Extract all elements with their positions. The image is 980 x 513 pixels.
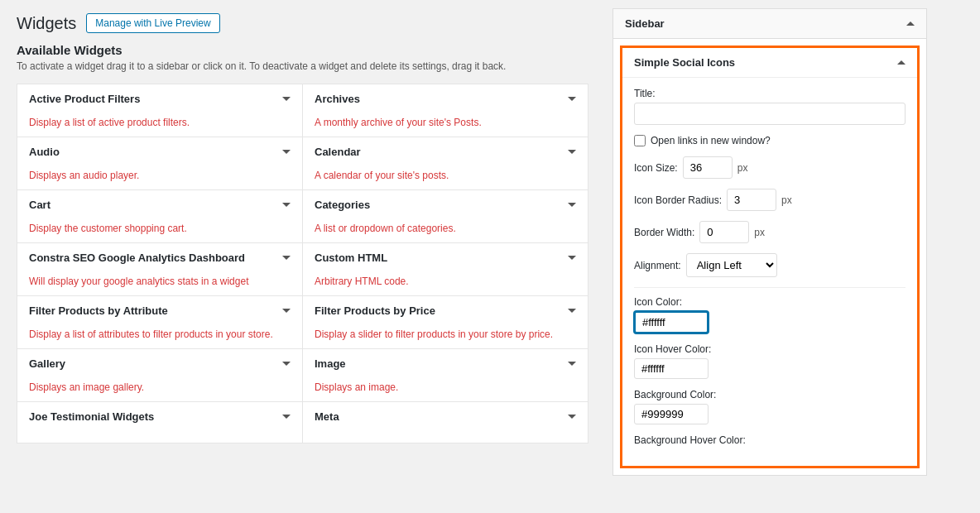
icon-size-row: Icon Size: px <box>634 156 906 179</box>
icon-size-label: Icon Size: <box>634 162 678 174</box>
icon-border-radius-unit: px <box>781 194 792 206</box>
chevron-down-icon <box>282 150 291 154</box>
chevron-down-icon <box>282 362 291 366</box>
divider <box>634 287 906 288</box>
widget-header[interactable]: Calendar <box>303 137 588 166</box>
chevron-down-icon <box>282 256 291 260</box>
alignment-row: Alignment: Align Left Align Center Align… <box>634 253 906 277</box>
widget-desc: Arbitrary HTML code. <box>303 272 588 295</box>
widget-header[interactable]: Constra SEO Google Analytics Dashboard <box>17 243 302 272</box>
icon-hover-color-row: Icon Hover Color: <box>634 343 906 379</box>
background-color-label: Background Color: <box>634 389 906 400</box>
alignment-label: Alignment: <box>634 260 681 271</box>
widget-desc: Displays an image gallery. <box>17 378 302 401</box>
alignment-select[interactable]: Align Left Align Center Align Right <box>686 253 777 277</box>
widget-name: Gallery <box>29 357 65 370</box>
background-color-row: Background Color: <box>634 389 906 424</box>
icon-color-row: Icon Color: <box>634 296 906 333</box>
sidebar-header[interactable]: Sidebar <box>613 9 926 39</box>
sidebar-title: Sidebar <box>625 17 665 30</box>
widget-item-joe-testimonial[interactable]: Joe Testimonial Widgets <box>17 401 303 443</box>
widget-header[interactable]: Filter Products by Attribute <box>17 296 302 325</box>
widget-item-audio[interactable]: Audio Displays an audio player. <box>17 137 303 190</box>
widget-panel-simple-social-icons: Simple Social Icons Title: Open links in… <box>620 46 920 468</box>
chevron-down-icon <box>568 150 576 154</box>
widget-desc: Displays an image. <box>303 378 588 401</box>
widget-name: Calendar <box>315 146 361 158</box>
widget-desc: A calendar of your site's posts. <box>303 166 588 189</box>
widget-name: Categories <box>315 199 370 211</box>
icon-hover-color-input[interactable] <box>634 358 709 379</box>
widget-item-image[interactable]: Image Displays an image. <box>302 348 588 402</box>
widget-desc: Will display your google analytics stats… <box>17 272 302 295</box>
widgets-grid: Active Product Filters Display a list of… <box>17 84 588 443</box>
widget-desc <box>303 431 588 443</box>
chevron-down-icon <box>282 415 291 419</box>
widget-name: Joe Testimonial Widgets <box>29 410 154 423</box>
border-width-label: Border Width: <box>634 227 694 238</box>
right-panel: Sidebar Simple Social Icons Title: <box>604 0 935 513</box>
chevron-down-icon <box>568 362 576 366</box>
icon-color-input[interactable] <box>634 311 709 333</box>
title-label: Title: <box>634 88 906 99</box>
widget-header[interactable]: Cart <box>17 190 302 219</box>
chevron-down-icon <box>282 309 291 313</box>
open-links-row: Open links in new window? <box>634 135 906 146</box>
widget-desc: Display a slider to filter products in y… <box>303 325 588 348</box>
chevron-down-icon <box>568 256 576 260</box>
widget-item-meta[interactable]: Meta <box>302 401 588 443</box>
widget-item-archives[interactable]: Archives A monthly archive of your site'… <box>302 84 588 137</box>
widget-item-filter-by-price[interactable]: Filter Products by Price Display a slide… <box>302 295 588 349</box>
widget-desc: Display a list of attributes to filter p… <box>17 325 302 348</box>
icon-border-radius-label: Icon Border Radius: <box>634 194 722 206</box>
widget-item-cart[interactable]: Cart Display the customer shopping cart. <box>17 189 303 243</box>
manage-live-preview-button[interactable]: Manage with Live Preview <box>86 13 219 33</box>
widget-header[interactable]: Custom HTML <box>303 243 588 272</box>
widget-desc <box>17 431 302 443</box>
widget-header[interactable]: Joe Testimonial Widgets <box>17 402 302 431</box>
widget-item-active-product-filters[interactable]: Active Product Filters Display a list of… <box>17 84 303 137</box>
widget-header[interactable]: Meta <box>303 402 588 431</box>
border-width-unit: px <box>754 227 765 238</box>
border-width-row: Border Width: px <box>634 221 906 243</box>
sidebar-container: Sidebar Simple Social Icons Title: <box>612 8 927 476</box>
widget-item-custom-html[interactable]: Custom HTML Arbitrary HTML code. <box>302 242 588 296</box>
widget-header[interactable]: Image <box>303 349 588 378</box>
widget-item-categories[interactable]: Categories A list or dropdown of categor… <box>302 189 588 243</box>
widget-item-gallery[interactable]: Gallery Displays an image gallery. <box>17 348 303 402</box>
title-field-row: Title: <box>634 88 906 125</box>
widget-name: Archives <box>315 93 360 105</box>
widget-desc: Display the customer shopping cart. <box>17 219 302 242</box>
widget-item-filter-by-attribute[interactable]: Filter Products by Attribute Display a l… <box>17 295 303 349</box>
widget-name: Filter Products by Price <box>315 304 435 317</box>
chevron-down-icon <box>568 97 576 101</box>
widget-header[interactable]: Gallery <box>17 349 302 378</box>
widget-header[interactable]: Audio <box>17 137 302 166</box>
widget-name: Constra SEO Google Analytics Dashboard <box>29 252 245 264</box>
widget-item-calendar[interactable]: Calendar A calendar of your site's posts… <box>302 137 588 190</box>
open-links-checkbox[interactable] <box>634 135 646 146</box>
icon-size-input[interactable] <box>683 156 733 179</box>
border-width-input[interactable] <box>699 221 749 243</box>
icon-border-radius-input[interactable] <box>727 189 776 211</box>
widget-form: Title: Open links in new window? Icon Si… <box>622 78 917 466</box>
available-widgets-subtitle: To activate a widget drag it to a sideba… <box>17 60 588 72</box>
page-header: Widgets Manage with Live Preview <box>17 13 588 33</box>
widget-header[interactable]: Filter Products by Price <box>303 296 588 325</box>
widget-header[interactable]: Categories <box>303 190 588 219</box>
background-hover-color-row: Background Hover Color: <box>634 434 906 446</box>
icon-border-radius-row: Icon Border Radius: px <box>634 189 906 211</box>
chevron-down-icon <box>568 203 576 207</box>
widget-header[interactable]: Archives <box>303 84 588 113</box>
widget-header[interactable]: Active Product Filters <box>17 84 302 113</box>
background-color-input[interactable] <box>634 404 709 424</box>
widget-panel-header[interactable]: Simple Social Icons <box>622 48 917 78</box>
icon-hover-color-label: Icon Hover Color: <box>634 343 906 355</box>
widget-desc: A monthly archive of your site's Posts. <box>303 113 588 137</box>
widget-name: Meta <box>315 410 339 423</box>
widget-item-constra-seo[interactable]: Constra SEO Google Analytics Dashboard W… <box>17 242 303 296</box>
widget-name: Audio <box>29 146 60 158</box>
widget-name: Image <box>315 357 346 370</box>
available-widgets-title: Available Widgets <box>17 43 588 57</box>
title-input[interactable] <box>634 103 906 125</box>
